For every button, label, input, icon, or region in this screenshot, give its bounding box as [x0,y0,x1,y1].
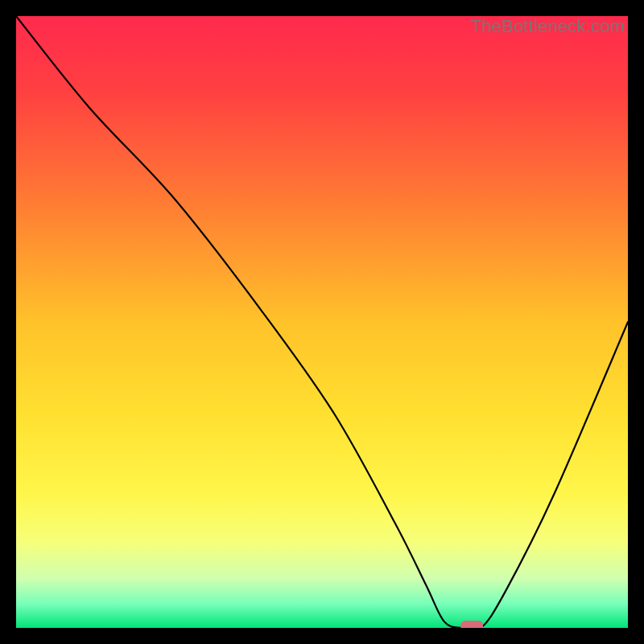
chart-frame: TheBottleneck.com [16,16,628,628]
optimal-marker [460,621,483,628]
heatmap-background [16,16,628,628]
bottleneck-chart [16,16,628,628]
watermark-text: TheBottleneck.com [470,16,625,37]
